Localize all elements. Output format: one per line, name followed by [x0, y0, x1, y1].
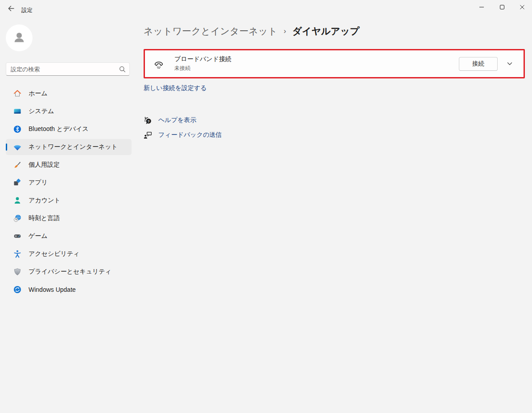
apps-icon	[13, 178, 22, 187]
sidebar-item-bluetooth-devices[interactable]: Bluetooth とデバイス	[6, 121, 132, 137]
gamepad-icon	[13, 232, 22, 241]
sidebar-item-label: 個人用設定	[29, 161, 60, 169]
close-button[interactable]	[512, 0, 532, 14]
connection-status: 未接続	[174, 65, 231, 72]
get-help-row: ? ヘルプを表示	[143, 115, 196, 125]
connection-info: ブロードバンド接続 未接続	[174, 55, 231, 72]
connection-name: ブロードバンド接続	[174, 55, 231, 63]
sidebar-item-label: システム	[29, 107, 54, 115]
shield-icon	[13, 267, 22, 276]
globe-clock-icon	[13, 214, 22, 223]
sidebar-item-gaming[interactable]: ゲーム	[6, 228, 132, 244]
sidebar-item-privacy-security[interactable]: プライバシーとセキュリティ	[6, 264, 132, 280]
chevron-down-icon	[507, 61, 513, 67]
sidebar-item-label: アカウント	[29, 196, 61, 204]
send-feedback-link[interactable]: フィードバックの送信	[158, 131, 222, 139]
sidebar-item-label: 時刻と言語	[29, 214, 60, 222]
titlebar: 設定	[0, 0, 532, 20]
back-button[interactable]	[3, 1, 20, 16]
bluetooth-icon	[13, 125, 22, 134]
give-feedback-row: フィードバックの送信	[143, 130, 222, 140]
feedback-icon	[143, 130, 153, 140]
sidebar-item-label: Bluetooth とデバイス	[29, 125, 89, 133]
sidebar-item-system[interactable]: システム	[6, 103, 132, 119]
sidebar-item-label: Windows Update	[29, 286, 76, 293]
paintbrush-icon	[13, 160, 22, 169]
page-title: ダイヤルアップ	[293, 25, 359, 37]
search-icon	[119, 66, 126, 73]
breadcrumb: ネットワークとインターネット › ダイヤルアップ	[144, 25, 359, 37]
dialup-phone-icon	[152, 57, 165, 70]
sidebar-item-label: アクセシビリティ	[29, 250, 80, 258]
sidebar-item-time-language[interactable]: 時刻と言語	[6, 210, 132, 226]
wifi-network-icon	[13, 143, 22, 151]
breadcrumb-separator-icon: ›	[284, 27, 286, 36]
sidebar-item-accessibility[interactable]: アクセシビリティ	[6, 246, 132, 262]
minimize-button[interactable]	[471, 0, 492, 14]
sidebar-item-home[interactable]: ホーム	[6, 86, 132, 102]
setup-new-connection-link[interactable]: 新しい接続を設定する	[144, 84, 207, 92]
person-icon	[12, 30, 27, 45]
get-help-link[interactable]: ヘルプを表示	[158, 116, 196, 124]
svg-text:?: ?	[147, 119, 149, 123]
app-title: 設定	[21, 7, 33, 14]
accessibility-person-icon	[13, 249, 22, 258]
broadband-connection-card[interactable]: ブロードバンド接続 未接続 接続	[144, 49, 525, 78]
connect-button[interactable]: 接続	[459, 57, 498, 71]
close-icon	[520, 4, 525, 10]
sidebar-item-label: ホーム	[29, 90, 48, 98]
help-question-icon: ?	[143, 115, 153, 125]
settings-search-box[interactable]	[6, 62, 130, 76]
expand-connection-button[interactable]	[503, 57, 516, 70]
user-avatar[interactable]	[6, 25, 33, 51]
search-input[interactable]	[11, 66, 119, 73]
sidebar-item-label: ゲーム	[29, 232, 48, 240]
sidebar-item-label: ネットワークとインターネット	[29, 143, 118, 151]
update-arrows-icon	[13, 285, 22, 294]
sidebar-item-label: プライバシーとセキュリティ	[29, 268, 111, 276]
sidebar-item-personalization[interactable]: 個人用設定	[6, 157, 132, 173]
home-icon	[13, 89, 22, 98]
accounts-person-icon	[13, 196, 22, 205]
selected-accent-bar	[6, 143, 7, 151]
breadcrumb-parent[interactable]: ネットワークとインターネット	[144, 25, 277, 37]
sidebar-item-accounts[interactable]: アカウント	[6, 192, 132, 209]
minimize-icon	[479, 4, 484, 10]
arrow-left-icon	[8, 5, 15, 12]
sidebar-item-label: アプリ	[29, 179, 48, 187]
sidebar-item-apps[interactable]: アプリ	[6, 175, 132, 191]
window-controls	[471, 0, 532, 14]
sidebar-item-network-internet[interactable]: ネットワークとインターネット	[6, 139, 132, 155]
maximize-button[interactable]	[492, 0, 512, 14]
system-icon	[13, 107, 22, 116]
sidebar-item-windows-update[interactable]: Windows Update	[6, 282, 132, 298]
maximize-icon	[499, 4, 505, 10]
sidebar-nav: ホーム システム Bluetooth とデバイス	[6, 86, 132, 299]
